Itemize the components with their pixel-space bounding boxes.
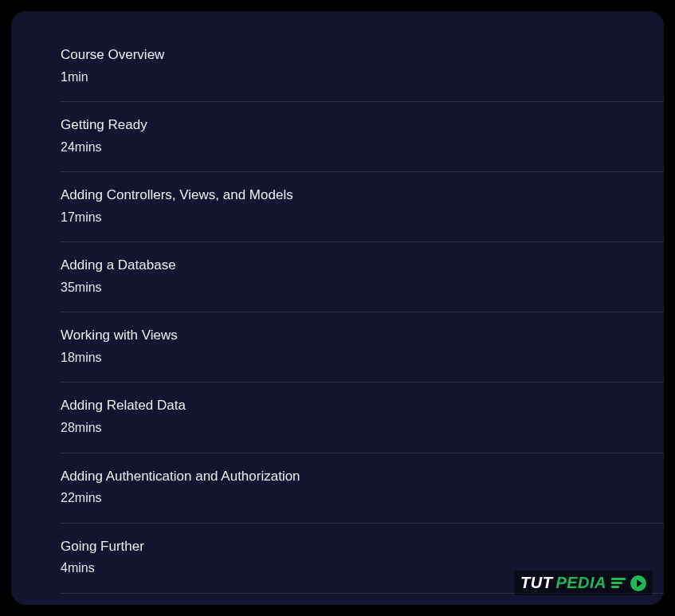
- watermark-text-pedia: PEDIA: [555, 574, 606, 592]
- module-duration: 18mins: [61, 347, 664, 368]
- module-duration: 1min: [61, 67, 664, 88]
- module-title: Working with Views: [61, 325, 664, 346]
- watermark-logo: TUT PEDIA: [514, 571, 653, 595]
- module-item[interactable]: Getting Ready 24mins: [61, 102, 664, 172]
- module-item[interactable]: Course Overview 1min: [61, 45, 664, 102]
- module-title: Adding a Database: [61, 255, 664, 276]
- module-item[interactable]: Adding Controllers, Views, and Models 17…: [61, 172, 664, 242]
- module-item[interactable]: Adding Related Data 28mins: [61, 383, 664, 453]
- module-item[interactable]: Working with Views 18mins: [61, 312, 664, 383]
- module-title: Adding Controllers, Views, and Models: [61, 185, 664, 206]
- module-title: Getting Ready: [61, 115, 664, 135]
- module-duration: 28mins: [61, 418, 664, 438]
- module-item[interactable]: Adding Authentication and Authorization …: [61, 453, 664, 524]
- module-title: Adding Authentication and Authorization: [61, 466, 664, 487]
- module-list: Course Overview 1min Getting Ready 24min…: [61, 45, 664, 594]
- module-duration: 35mins: [61, 277, 664, 298]
- module-title: Going Further: [61, 536, 664, 557]
- module-title: Adding Related Data: [61, 395, 664, 416]
- module-title: Course Overview: [61, 45, 664, 65]
- module-item[interactable]: Adding a Database 35mins: [61, 242, 664, 312]
- watermark-text-tut: TUT: [520, 574, 552, 592]
- speed-lines-icon: [611, 578, 626, 588]
- module-duration: 22mins: [61, 488, 664, 508]
- module-duration: 24mins: [61, 137, 664, 158]
- course-modules-panel: Course Overview 1min Getting Ready 24min…: [11, 11, 664, 605]
- play-icon: [630, 575, 646, 591]
- module-duration: 17mins: [61, 207, 664, 228]
